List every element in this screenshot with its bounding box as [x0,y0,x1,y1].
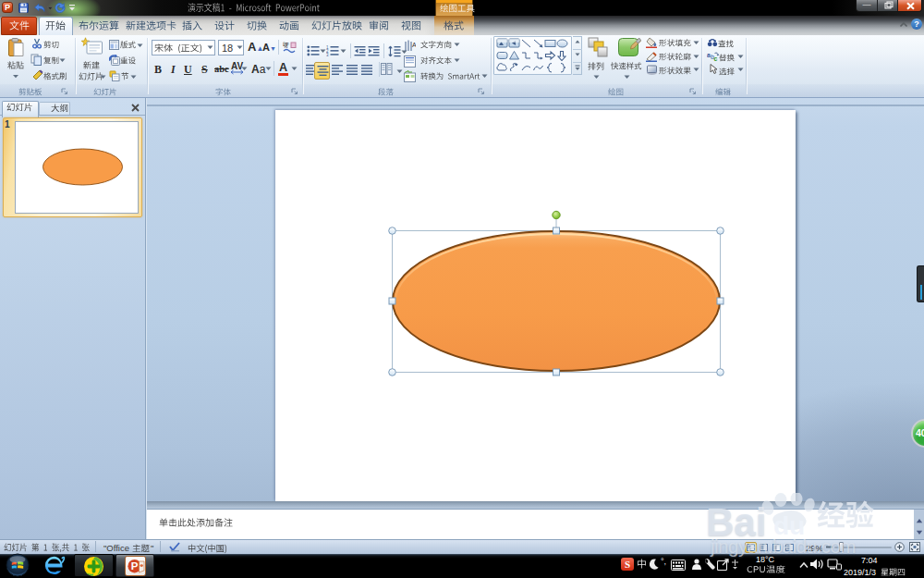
svg-text:3: 3 [326,53,329,56]
svg-text:A: A [412,42,416,48]
svg-text:c: c [714,55,718,61]
svg-text:呀: 呀 [283,42,289,48]
svg-text:P: P [130,560,138,572]
